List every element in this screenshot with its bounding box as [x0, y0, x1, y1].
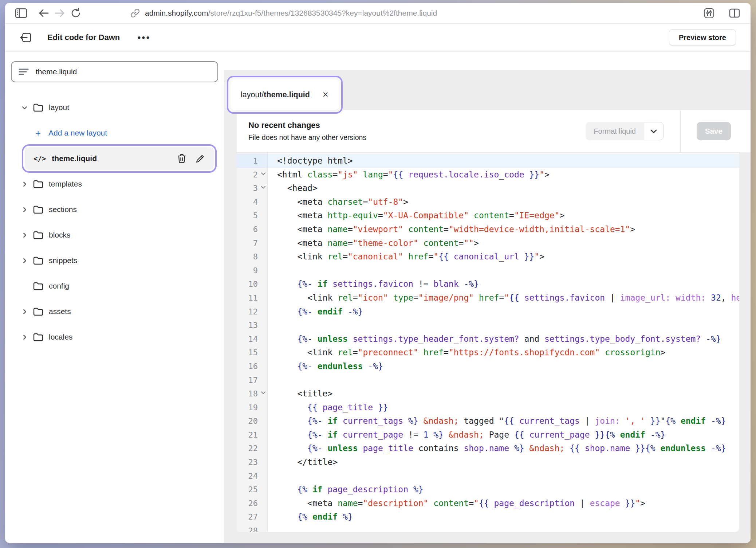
- delete-file-button[interactable]: [177, 153, 186, 164]
- code-line[interactable]: {%- endunless -%}: [268, 360, 739, 373]
- code-area[interactable]: <!doctype html><html class="js" lang="{{…: [268, 153, 739, 532]
- code-line[interactable]: [268, 318, 739, 332]
- code-line[interactable]: [268, 373, 739, 387]
- code-line[interactable]: {%- if settings.favicon != blank -%}: [268, 277, 739, 291]
- sidebar-item-config[interactable]: config: [5, 273, 224, 299]
- line-number[interactable]: 26: [237, 497, 267, 510]
- line-number[interactable]: 12: [237, 305, 267, 319]
- chevron-right-icon[interactable]: [21, 180, 28, 188]
- search-input[interactable]: [35, 67, 211, 77]
- code-line[interactable]: <title>: [268, 387, 739, 401]
- chevron-right-icon[interactable]: [21, 206, 28, 214]
- back-button[interactable]: [36, 6, 52, 20]
- line-number[interactable]: 19: [237, 401, 267, 415]
- save-button[interactable]: Save: [697, 122, 731, 140]
- chevron-right-icon[interactable]: [21, 333, 28, 341]
- sidebar-item-blocks[interactable]: blocks: [5, 222, 224, 248]
- code-line[interactable]: <head>: [268, 181, 739, 195]
- code-line[interactable]: <meta name="viewport" content="width=dev…: [268, 223, 739, 236]
- chevron-right-icon[interactable]: [21, 231, 28, 239]
- sidebar-item-assets[interactable]: assets: [5, 299, 224, 324]
- reload-button[interactable]: [68, 6, 84, 20]
- code-line[interactable]: [268, 264, 739, 278]
- browser-settings-button[interactable]: [701, 6, 717, 20]
- format-liquid-dropdown[interactable]: [644, 122, 664, 140]
- code-line[interactable]: {%- endif -%}: [268, 305, 739, 319]
- code-line[interactable]: {%- unless page_title contains shop.name…: [268, 442, 739, 455]
- line-number[interactable]: 15: [237, 346, 267, 360]
- chevron-down-icon[interactable]: [21, 104, 28, 111]
- line-number[interactable]: 21: [237, 428, 267, 442]
- line-number[interactable]: 4: [237, 195, 267, 209]
- format-liquid-button[interactable]: Format liquid: [586, 122, 644, 140]
- sidebar-item-templates[interactable]: templates: [5, 171, 224, 197]
- line-number[interactable]: 22: [237, 442, 267, 455]
- code-line[interactable]: <link rel="preconnect" href="https://fon…: [268, 346, 739, 360]
- line-number[interactable]: 8: [237, 250, 267, 264]
- preview-store-button[interactable]: Preview store: [669, 29, 736, 46]
- line-number[interactable]: 24: [237, 469, 267, 483]
- line-number[interactable]: 6: [237, 223, 267, 236]
- line-number[interactable]: 2: [237, 168, 267, 182]
- line-number[interactable]: 10: [237, 277, 267, 291]
- line-number[interactable]: 18: [237, 387, 267, 401]
- code-line[interactable]: <!doctype html>: [268, 154, 739, 168]
- code-line[interactable]: [268, 524, 739, 532]
- code-line[interactable]: {%- if current_tags %} &ndash; tagged "{…: [268, 414, 739, 428]
- line-number[interactable]: 9: [237, 264, 267, 278]
- chevron-right-icon[interactable]: [21, 257, 28, 265]
- overflow-menu-button[interactable]: •••: [135, 31, 153, 44]
- chevron-right-icon[interactable]: [21, 308, 28, 316]
- sidebar-toggle-button[interactable]: [13, 6, 29, 20]
- line-number[interactable]: 1: [237, 154, 267, 168]
- sidebar-item-theme-liquid[interactable]: </>theme.liquid: [25, 147, 214, 170]
- code-line[interactable]: <meta http-equiv="X-UA-Compatible" conte…: [268, 209, 739, 223]
- line-number[interactable]: 5: [237, 209, 267, 223]
- code-line[interactable]: {% if page_description %}: [268, 483, 739, 497]
- fold-chevron-icon[interactable]: [261, 391, 266, 395]
- line-number[interactable]: 20: [237, 414, 267, 428]
- sidebar-item-add-a-new-layout[interactable]: +Add a new layout: [5, 120, 224, 146]
- code-line[interactable]: <link rel="canonical" href="{{ canonical…: [268, 250, 739, 264]
- line-number[interactable]: 14: [237, 332, 267, 346]
- code-line[interactable]: <meta name="description" content="{{ pag…: [268, 497, 739, 510]
- close-tab-icon[interactable]: ✕: [322, 90, 329, 99]
- tab-theme-liquid[interactable]: layout/theme.liquid ✕: [231, 79, 339, 110]
- code-line[interactable]: {%- unless settings.type_header_font.sys…: [268, 332, 739, 346]
- code-line[interactable]: {% endif %}: [268, 510, 739, 524]
- line-number[interactable]: 7: [237, 236, 267, 250]
- line-number[interactable]: 3: [237, 181, 267, 195]
- line-number[interactable]: 27: [237, 510, 267, 524]
- fold-chevron-icon[interactable]: [261, 172, 266, 176]
- line-number[interactable]: 16: [237, 360, 267, 373]
- line-number[interactable]: 17: [237, 373, 267, 387]
- code-line[interactable]: <html class="js" lang="{{ request.locale…: [268, 168, 739, 182]
- rename-file-button[interactable]: [195, 154, 205, 164]
- line-number[interactable]: 11: [237, 291, 267, 305]
- sidebar-item-sections[interactable]: sections: [5, 197, 224, 222]
- code-line[interactable]: [268, 469, 739, 483]
- code-line[interactable]: {{ page_title }}: [268, 401, 739, 415]
- code-line[interactable]: <meta charset="utf-8">: [268, 195, 739, 209]
- exit-editor-button[interactable]: [19, 31, 33, 44]
- folder-name-label: sections: [49, 205, 77, 214]
- line-number[interactable]: 28: [237, 524, 267, 532]
- file-name-label: theme.liquid: [52, 154, 97, 163]
- split-view-button[interactable]: [727, 6, 743, 20]
- code-line[interactable]: {%- if current_page != 1 %} &ndash; Page…: [268, 428, 739, 442]
- code-line[interactable]: <link rel="icon" type="image/png" href="…: [268, 291, 739, 305]
- sidebar-item-locales[interactable]: locales: [5, 324, 224, 350]
- file-search-box[interactable]: [11, 61, 218, 82]
- sidebar-item-layout[interactable]: layout: [5, 95, 224, 120]
- line-number[interactable]: 23: [237, 455, 267, 469]
- line-number[interactable]: 13: [237, 318, 267, 332]
- code-line[interactable]: <meta name="theme-color" content="">: [268, 236, 739, 250]
- sliders-icon: [703, 7, 715, 19]
- line-number[interactable]: 25: [237, 483, 267, 497]
- sidebar-item-snippets[interactable]: snippets: [5, 248, 224, 273]
- fold-chevron-icon[interactable]: [261, 185, 266, 189]
- code-line[interactable]: </title>: [268, 455, 739, 469]
- address-bar[interactable]: admin.shopify.com/store/rzq1xu-f5/themes…: [130, 8, 437, 18]
- gutter: 1234567891011121314151617181920212223242…: [237, 153, 268, 532]
- forward-button[interactable]: [52, 6, 68, 20]
